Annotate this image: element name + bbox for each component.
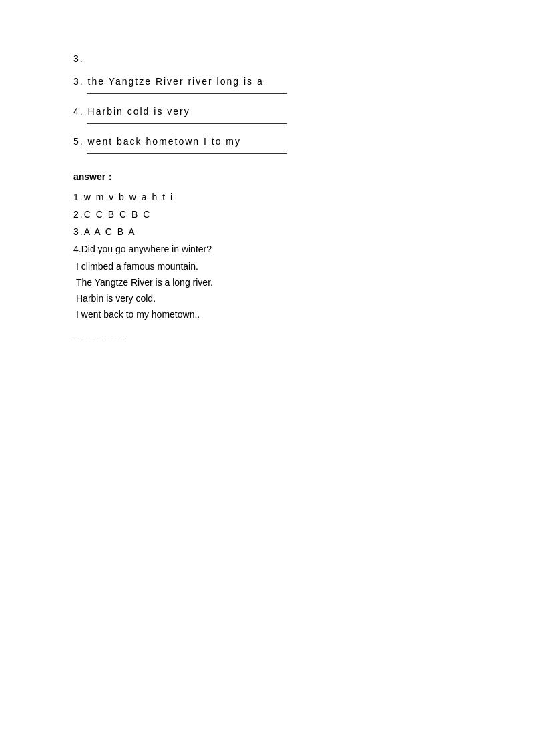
page-content: 3. 3. the Yangtze River river long is a … — [0, 0, 534, 367]
bottom-dotted-line — [73, 340, 127, 340]
answer-sentence-1: I climbed a famous mountain. — [73, 261, 461, 272]
answer-section: answer： 1.w m v b w a h t i 2.C C B C B … — [73, 171, 461, 320]
answer-label: answer： — [73, 171, 461, 183]
question-3: 3. — [73, 53, 461, 64]
question-4-block: 4. Harbin cold is very — [73, 106, 461, 124]
question-5-underline — [87, 153, 287, 154]
question-5-words: 5. went back hometown I to my — [73, 136, 461, 147]
answer-sentence-4: I went back to my hometown.. — [73, 309, 461, 320]
question-3-underline — [87, 93, 287, 94]
answer-sentence-2: The Yangtze River is a long river. — [73, 277, 461, 288]
question-4-underline — [87, 123, 287, 124]
answer-row-2: 2.C C B C B C — [73, 209, 461, 220]
answer-row-1: 1.w m v b w a h t i — [73, 192, 461, 202]
answer-row-4: 4.Did you go anywhere in winter? — [73, 244, 461, 254]
question-3-block: 3. the Yangtze River river long is a — [73, 76, 461, 94]
question-3-text: 3. — [73, 53, 461, 64]
question-3-words: 3. the Yangtze River river long is a — [73, 76, 461, 87]
question-4-words: 4. Harbin cold is very — [73, 106, 461, 117]
answer-sentence-3: Harbin is very cold. — [73, 293, 461, 304]
question-5-block: 5. went back hometown I to my — [73, 136, 461, 154]
answer-sentences: I climbed a famous mountain. The Yangtze… — [73, 261, 461, 320]
answer-row-3: 3.A A C B A — [73, 226, 461, 237]
